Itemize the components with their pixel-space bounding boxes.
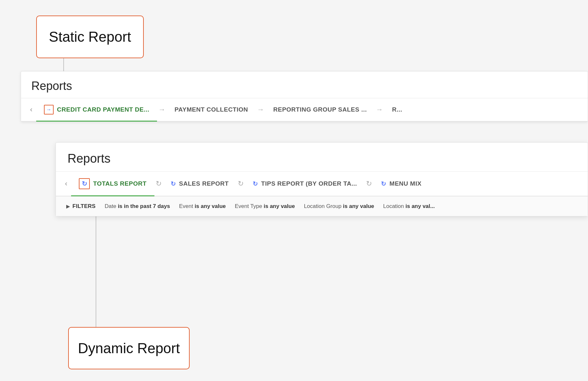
filter-location-group-key: Location Group	[304, 203, 343, 209]
filter-date-val: is in the past 7 days	[118, 203, 170, 209]
tab-icon-box-static: →	[44, 105, 54, 114]
tab-sep-5: ↻	[238, 180, 244, 188]
tab-tips-label: TIPS REPORT (BY ORDER TA...	[261, 180, 357, 187]
tab-payment-collection[interactable]: PAYMENT COLLECTION	[167, 100, 256, 120]
filter-event-val: is any value	[194, 203, 226, 209]
tab-sep-6: ↻	[366, 180, 372, 188]
refresh-icon-menu: ↻	[381, 180, 386, 188]
tab-icon-box-dynamic: ↻	[79, 178, 90, 189]
panel1-title: Reports	[21, 71, 588, 98]
tab-more-label: R...	[392, 106, 403, 113]
filter-location-key: Location	[383, 203, 405, 209]
tab-reporting-group[interactable]: REPORTING GROUP SALES ...	[266, 100, 375, 120]
tab-payment-collection-label: PAYMENT COLLECTION	[174, 106, 248, 113]
filter-location-group[interactable]: Location Group is any value	[304, 203, 374, 210]
tab-sales-report[interactable]: ↻ SALES REPORT	[163, 174, 236, 194]
refresh-icon-sales: ↻	[171, 180, 176, 188]
panel1-prev-tab-button[interactable]: ‹	[26, 100, 36, 119]
arrow-right-icon: →	[46, 107, 52, 113]
filters-label[interactable]: ▶ FILTERS	[66, 203, 96, 210]
reports-panel-static: Reports ‹ → CREDIT CARD PAYMENT DE... → …	[21, 71, 588, 122]
filter-event[interactable]: Event is any value	[179, 203, 226, 210]
static-report-text: Static Report	[49, 29, 131, 45]
filter-location[interactable]: Location is any val...	[383, 203, 435, 210]
filter-event-key: Event	[179, 203, 194, 209]
filters-triangle-icon: ▶	[66, 204, 70, 209]
tab-more-static[interactable]: R...	[384, 100, 410, 120]
static-report-label-box: Static Report	[36, 16, 144, 58]
filter-date-key: Date	[105, 203, 118, 209]
filter-event-type-key: Event Type	[235, 203, 264, 209]
panel2-tabs-row: ‹ ↻ TOTALS REPORT ↻ ↻ SALES REPORT ↻ ↻ T…	[56, 172, 588, 196]
tab-sep-3: →	[376, 105, 383, 114]
tab-totals-label: TOTALS REPORT	[93, 180, 146, 187]
filter-event-type-val: is any value	[264, 203, 295, 209]
tab-totals-report[interactable]: ↻ TOTALS REPORT	[71, 172, 154, 196]
dynamic-report-label-box: Dynamic Report	[68, 327, 190, 369]
connector-line-dynamic	[96, 210, 96, 332]
filter-event-type[interactable]: Event Type is any value	[235, 203, 295, 210]
filter-location-val: is any val...	[405, 203, 435, 209]
tab-sep-1: →	[158, 105, 165, 114]
reports-panel-dynamic: Reports ‹ ↻ TOTALS REPORT ↻ ↻ SALES REPO…	[56, 142, 588, 216]
panel2-title: Reports	[56, 143, 588, 172]
tab-tips-report[interactable]: ↻ TIPS REPORT (BY ORDER TA...	[245, 174, 365, 194]
panel1-tabs-row: ‹ → CREDIT CARD PAYMENT DE... → PAYMENT …	[21, 98, 588, 122]
dynamic-report-text: Dynamic Report	[78, 340, 180, 356]
tab-menu-mix-label: MENU MIX	[390, 180, 422, 187]
tab-reporting-group-label: REPORTING GROUP SALES ...	[273, 106, 367, 113]
filters-bar: ▶ FILTERS Date is in the past 7 days Eve…	[56, 196, 588, 216]
tab-sep-4: ↻	[156, 180, 162, 188]
filters-text: FILTERS	[72, 203, 96, 210]
tab-menu-mix[interactable]: ↻ MENU MIX	[373, 174, 429, 194]
filter-date[interactable]: Date is in the past 7 days	[105, 203, 170, 210]
tab-sales-label: SALES REPORT	[179, 180, 229, 187]
filter-location-group-val: is any value	[343, 203, 374, 209]
tab-sep-2: →	[257, 105, 264, 114]
tab-credit-card-label: CREDIT CARD PAYMENT DE...	[57, 106, 149, 113]
panel2-prev-tab-button[interactable]: ‹	[61, 174, 71, 193]
refresh-icon-totals: ↻	[82, 180, 88, 188]
refresh-icon-tips: ↻	[253, 180, 258, 188]
tab-credit-card[interactable]: → CREDIT CARD PAYMENT DE...	[36, 98, 157, 121]
